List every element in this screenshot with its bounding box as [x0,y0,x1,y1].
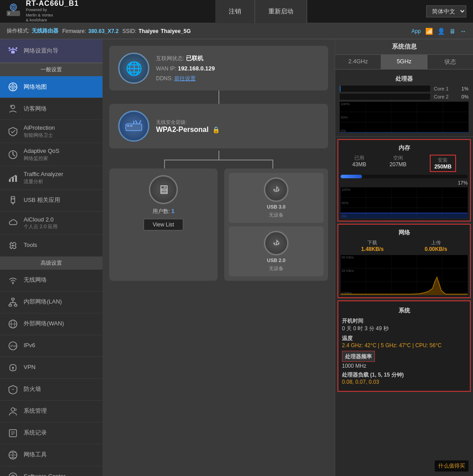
svg-point-51 [9,473,17,476]
router-logo-icon [4,3,22,21]
tools-label: Tools [24,242,37,249]
qos-label: Adaptive QoS 网络监控家 [24,148,59,161]
internet-globe-icon: 🌐 [118,53,149,84]
sidebar-item-vpn[interactable]: VPN [0,357,103,379]
svg-marker-92 [341,213,468,218]
sidebar-item-traffic[interactable]: Traffic Analyzer 流量分析 [0,166,103,189]
sidebar-item-ai-protection[interactable]: AiProtection 智能网络卫士 [0,120,103,143]
top-bar: RT-AC66U_B1 Powered byMerlin & Vortex& k… [0,0,473,23]
traffic-label: Traffic Analyzer 流量分析 [24,171,63,185]
main-layout: 网络设置向导 一般设置 网络地图 [0,39,473,476]
usb30-icon [264,177,288,202]
sidebar-item-usb[interactable]: USB 相关应用 [0,190,103,212]
ssid-value1: Thaiyee [139,28,159,34]
svg-rect-18 [9,179,11,182]
tab-2ghz[interactable]: 2.4GHz [335,55,381,69]
svg-rect-54 [126,124,142,131]
wireless-icon [7,274,19,287]
load-row: 处理器负载 (1, 5, 15 分钟) 0.08, 0.07, 0.03 [342,371,466,385]
aiprotection-label: AiProtection 智能网络卫士 [24,124,55,138]
tab-5ghz[interactable]: 5GHz [381,55,427,69]
system-title: 系统 [342,305,466,317]
svg-text:100%: 100% [341,188,350,192]
uptime-row: 开机时间 0 天 0 时 3 分 49 秒 [342,317,466,332]
sidebar-item-wizard[interactable]: 网络设置向导 [0,39,103,63]
sidebar-item-network-map[interactable]: 网络地图 [0,76,103,98]
usb-apps-icon [7,194,19,207]
logo-text: RT-AC66U_B1 Powered byMerlin & Vortex& k… [26,0,79,23]
firmware-value: 380.63_X7.2 [88,28,119,34]
router-info: 无线安全层级: WPA2-Personal 🔒 [156,119,220,134]
monitor-icon: 🖥 [449,28,456,35]
wizard-label: 网络设置向导 [24,47,58,55]
svg-text:25 KB/s: 25 KB/s [341,269,354,273]
sidebar-item-nettools[interactable]: 网络工具 [0,444,103,466]
sidebar-item-firewall[interactable]: 防火墙 [0,379,103,401]
memory-section: 内存 已用 43MB 空闲 207MB 安装 250MB [337,139,471,222]
svg-rect-20 [15,176,17,182]
sidebar-item-admin[interactable]: 系统管理 [0,401,103,423]
sidebar-item-wireless[interactable]: 无线网络 [0,270,103,291]
svg-rect-19 [12,177,14,182]
app-label: App [411,28,421,34]
svg-rect-2 [8,12,10,15]
svg-marker-104 [341,277,468,295]
cpu-core2-pct: 0% [457,94,469,99]
reboot-button[interactable]: 重新启动 [255,0,307,23]
mode-value: 无线路由器 [32,27,58,35]
usb20-item: USB 2.0 无设备 [229,226,324,276]
mem-graph: 100% 50% 0% [341,187,468,218]
sidebar-item-guest-network[interactable]: 访客网络 [0,98,103,120]
svg-point-42 [11,408,15,411]
lan-label: 内部网络(LAN) [24,298,62,306]
sidebar-item-lan[interactable]: 内部网络(LAN) [0,291,103,313]
usb-apps-label: USB 相关应用 [24,197,60,204]
cpu-core1-bg [340,86,430,92]
tab-status[interactable]: 状态 [428,55,473,69]
client-card: 🖥 用户数: 1 View List [109,168,218,281]
cpu-core1-pct: 1% [457,86,469,91]
aiprotection-icon [7,125,19,138]
memory-title: 内存 [341,142,468,155]
traffic-icon [7,172,19,184]
download-stat: 下载 1.48KB/s [361,239,384,252]
network-map-icon [7,81,19,93]
sys-info-header: 系统信息 [335,39,473,55]
svg-point-9 [8,47,10,49]
svg-point-26 [12,245,14,246]
mem-percent-label: 17% [341,180,468,185]
internet-info: 互联网状态: 已联机 WAN IP: 192.168.0.129 DDNS: 前… [156,53,215,84]
connector-v1 [109,90,328,104]
sidebar-item-aicloud[interactable]: AiCloud 2.0 个人云 2.0 应用 [0,212,103,235]
software-center-icon [7,471,19,476]
aicloud-label: AiCloud 2.0 个人云 2.0 应用 [24,216,58,230]
lan-icon [7,296,19,308]
cpu-section: 处理器 Core 1 1% Core 2 0% [335,70,473,137]
vpn-icon [7,361,19,374]
usb-card: USB 3.0 无设备 [224,168,328,281]
temp-row: 温度 2.4 GHz: 42°C | 5 GHz: 47°C | CPU: 56… [342,335,466,349]
svg-rect-28 [12,298,14,300]
syslog-label: 系统记录 [24,429,47,437]
svg-point-24 [12,198,13,199]
sidebar-item-syslog[interactable]: 系统记录 [0,423,103,444]
ddns-link[interactable]: 前往设置 [174,75,196,82]
status-left: 操作模式: 无线路由器 Firmware: 380.63_X7.2 SSID: … [7,27,191,35]
logout-button[interactable]: 注销 [215,0,255,23]
ipv6-label: IPv6 [24,342,35,349]
sidebar-item-adaptive-qos[interactable]: Adaptive QoS 网络监控家 [0,143,103,166]
sidebar-item-tools[interactable]: Tools [0,235,103,257]
svg-rect-55 [127,125,129,127]
sidebar-item-ipv6[interactable]: IPv6 IPv6 [0,335,103,357]
language-select[interactable]: 简体中文 [426,5,466,17]
firewall-icon [7,383,19,396]
wan-icon [7,318,19,330]
sidebar-item-software-center[interactable]: Software Center [0,466,103,476]
sidebar-item-wan[interactable]: 外部网络(WAN) [0,313,103,335]
view-list-button[interactable]: View List [144,219,184,230]
sidebar-section-general: 一般设置 [0,63,103,76]
syslog-icon [7,427,19,439]
ipv6-icon: IPv6 [7,340,19,352]
vpn-label: VPN [24,364,36,371]
mode-label: 操作模式: [7,27,29,35]
